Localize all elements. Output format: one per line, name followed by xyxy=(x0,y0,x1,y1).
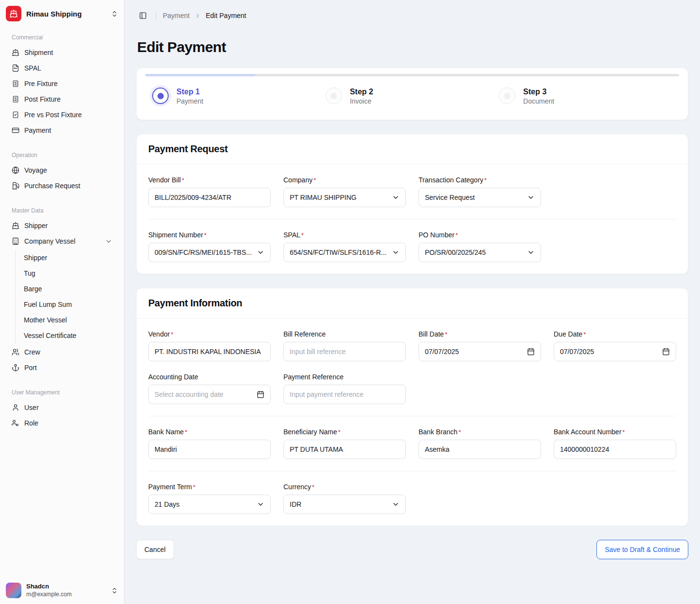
currency-select[interactable]: IDR xyxy=(283,495,406,514)
accounting-date-input[interactable]: Select accounting date xyxy=(148,385,271,404)
required-asterisk: * xyxy=(455,231,458,239)
shipment-number-select[interactable]: 009/SN/FC/RS/MEI/1615-TBS... xyxy=(148,243,271,262)
sidebar-item-port[interactable]: Port xyxy=(8,360,116,375)
file-lines-icon xyxy=(12,95,19,103)
spal-select[interactable]: 654/SN/FC/TIW/SLFS/1616-R... xyxy=(283,243,406,262)
field-beneficiary-name: Beneficiary Name* xyxy=(283,428,406,459)
field-label: Bank Branch* xyxy=(419,428,541,436)
sidebar-subitem-tug[interactable]: Tug xyxy=(20,266,116,281)
chevron-down-icon xyxy=(527,194,535,201)
required-asterisk: * xyxy=(314,177,316,184)
bank-account-number-input[interactable] xyxy=(554,440,676,459)
po-number-select[interactable]: PO/SR/00/2025/245 xyxy=(419,243,541,262)
sidebar-item-voyage[interactable]: Voyage xyxy=(8,162,116,178)
field-label: Due Date* xyxy=(554,330,676,338)
company-select[interactable]: PT RIMAU SHIPPING xyxy=(283,188,406,207)
bank-name-input[interactable] xyxy=(148,440,271,459)
required-asterisk: * xyxy=(193,483,195,491)
field-label: Shipment Number* xyxy=(148,231,271,239)
step-radio-active-icon xyxy=(152,88,169,104)
sidebar-item-payment[interactable]: Payment xyxy=(8,123,116,138)
sidebar-subitem-shipper[interactable]: Shipper xyxy=(20,250,116,266)
step-subtitle: Invoice xyxy=(350,97,373,105)
stepper-card: Step 1 Payment Step 2 Invoice Step 3 D xyxy=(136,68,688,120)
sidebar-item-pre-vs-post-fixture[interactable]: Pre vs Post Fixture xyxy=(8,107,116,123)
panel-left-icon xyxy=(139,12,147,19)
bill-reference-input[interactable] xyxy=(283,342,406,361)
divider xyxy=(148,471,676,471)
user-role-icon xyxy=(12,419,19,427)
step-radio-pending-icon xyxy=(499,88,515,104)
beneficiary-name-input[interactable] xyxy=(283,440,406,459)
sidebar-item-pre-fixture[interactable]: Pre Fixture xyxy=(8,76,116,91)
sidebar-subitem-barge[interactable]: Barge xyxy=(20,281,116,297)
date-placeholder: Select accounting date xyxy=(155,391,253,398)
required-asterisk: * xyxy=(622,428,625,436)
sidebar-item-label: Purchase Request xyxy=(24,182,80,190)
sidebar-subitem-vessel-certificate[interactable]: Vessel Certificate xyxy=(20,328,116,343)
main-content: Payment Edit Payment Edit Payment Step 1… xyxy=(124,0,700,604)
divider xyxy=(156,12,156,19)
payment-term-select[interactable]: 21 Days xyxy=(148,495,271,514)
sidebar-item-shipment[interactable]: Shipment xyxy=(8,45,116,60)
sidebar-item-company-vessel[interactable]: Company Vessel xyxy=(8,233,116,249)
select-value: PT RIMAU SHIPPING xyxy=(290,194,388,201)
breadcrumb-parent[interactable]: Payment xyxy=(163,12,190,19)
bill-date-input[interactable]: 07/07/2025 xyxy=(419,342,541,361)
file-check-icon xyxy=(12,111,19,119)
sidebar-item-label: Payment xyxy=(24,126,51,134)
payment-request-card: Payment Request Vendor Bill* Company* PT… xyxy=(136,134,688,274)
field-label: Bill Reference xyxy=(283,330,406,338)
sidebar-subitem-mother-vessel[interactable]: Mother Vessel xyxy=(20,312,116,328)
sidebar-item-label: Shipper xyxy=(24,222,48,230)
user-menu[interactable]: Shadcn m@example.com xyxy=(0,577,124,604)
brand-logo xyxy=(6,6,21,21)
vendor-input[interactable] xyxy=(148,342,271,361)
chevron-down-icon xyxy=(392,500,400,508)
due-date-input[interactable]: 07/07/2025 xyxy=(554,342,676,361)
sidebar-item-crew[interactable]: Crew xyxy=(8,344,116,360)
sidebar-subitem-fuel-lump-sum[interactable]: Fuel Lump Sum xyxy=(20,297,116,312)
card-title: Payment Information xyxy=(137,288,688,319)
ship-icon xyxy=(9,9,18,18)
breadcrumb-current: Edit Payment xyxy=(206,12,246,19)
payment-information-card: Payment Information Vendor* Bill Referen… xyxy=(136,288,688,526)
field-vendor-bill: Vendor Bill* xyxy=(148,176,271,207)
sidebar-item-shipper[interactable]: Shipper xyxy=(8,218,116,233)
sidebar-item-label: Voyage xyxy=(24,166,47,174)
step-2-invoice[interactable]: Step 2 Invoice xyxy=(326,87,499,105)
field-payment-term: Payment Term* 21 Days xyxy=(148,483,271,514)
sidebar-toggle-button[interactable] xyxy=(137,10,149,21)
cancel-button[interactable]: Cancel xyxy=(136,540,174,559)
payment-reference-input[interactable] xyxy=(283,385,406,404)
sidebar-item-spal[interactable]: SPAL xyxy=(8,60,116,76)
sidebar-item-post-fixture[interactable]: Post Fixture xyxy=(8,91,116,107)
step-3-document[interactable]: Step 3 Document xyxy=(499,87,672,105)
sidebar-item-label: Pre Fixture xyxy=(24,80,57,88)
user-avatar xyxy=(6,583,21,598)
vendor-bill-input[interactable] xyxy=(148,188,271,207)
chevrons-up-down-icon xyxy=(111,10,118,18)
sidebar-section-operation: Operation Voyage Purchase Request xyxy=(8,149,116,194)
field-bill-reference: Bill Reference xyxy=(283,330,406,361)
required-asterisk: * xyxy=(204,231,207,239)
card-title: Payment Request xyxy=(137,134,688,164)
sidebar-item-user[interactable]: User xyxy=(8,400,116,415)
sidebar-item-label: SPAL xyxy=(24,64,41,72)
section-label: Commercial xyxy=(8,31,116,45)
date-value: 07/07/2025 xyxy=(425,348,523,355)
sidebar-item-label: Port xyxy=(24,364,37,372)
sidebar-section-master-data: Master Data Shipper Company Vessel Shipp… xyxy=(8,204,116,375)
field-label: Payment Reference xyxy=(283,373,406,381)
bank-branch-input[interactable] xyxy=(419,440,541,459)
save-to-draft-continue-button[interactable]: Save to Draft & Continue xyxy=(596,540,688,559)
step-1-payment[interactable]: Step 1 Payment xyxy=(152,87,326,105)
field-shipment-number: Shipment Number* 009/SN/FC/RS/MEI/1615-T… xyxy=(148,231,271,262)
sidebar-item-label: Role xyxy=(24,419,38,427)
transaction-category-select[interactable]: Service Request xyxy=(419,188,541,207)
select-value: 009/SN/FC/RS/MEI/1615-TBS... xyxy=(155,249,253,256)
sidebar-item-purchase-request[interactable]: Purchase Request xyxy=(8,178,116,194)
workspace-switcher[interactable]: Rimau Shipping xyxy=(0,0,124,27)
sidebar-item-role[interactable]: Role xyxy=(8,415,116,431)
step-title: Step 2 xyxy=(350,87,373,97)
